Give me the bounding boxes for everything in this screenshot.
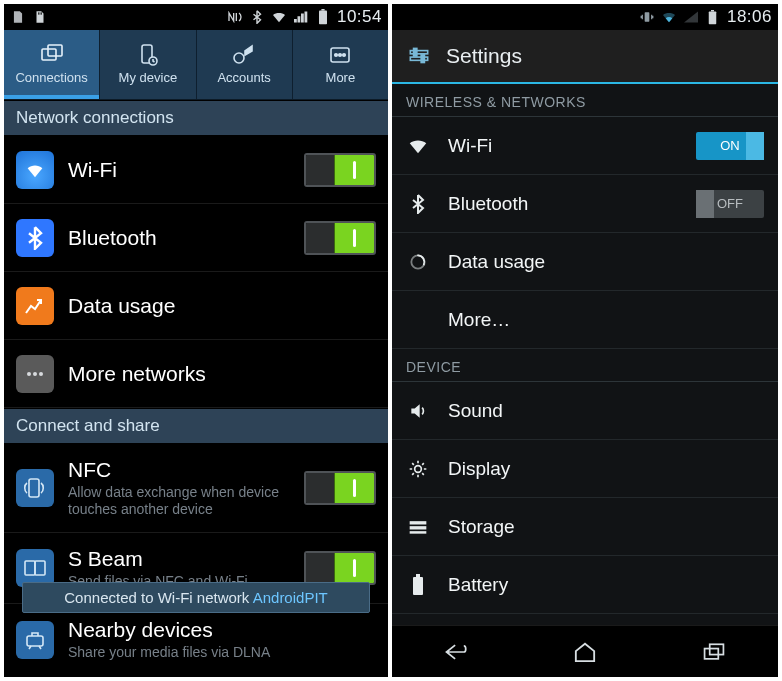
sd-icon — [32, 9, 48, 25]
status-bar: 10:54 — [4, 4, 388, 30]
nav-home-button[interactable] — [565, 638, 605, 666]
row-sound[interactable]: Sound — [392, 382, 778, 440]
blank-icon — [406, 308, 430, 332]
row-data-usage[interactable]: Data usage — [392, 233, 778, 291]
bluetooth-toggle[interactable]: OFF — [696, 190, 764, 218]
svg-rect-33 — [416, 574, 420, 577]
vibrate-icon — [639, 9, 655, 25]
svg-rect-19 — [27, 636, 43, 646]
svg-rect-1 — [41, 12, 42, 14]
row-title: Bluetooth — [448, 193, 678, 215]
status-bar: 18:06 — [392, 4, 778, 30]
settings-list: WIRELESS & NETWORKS Wi-Fi ON Bluetooth O… — [392, 84, 778, 625]
sound-icon — [406, 399, 430, 423]
wifi-connected-toast: Connected to Wi-Fi network AndroidPIT — [22, 582, 370, 613]
battery-icon — [705, 9, 721, 25]
row-bluetooth[interactable]: Bluetooth — [4, 204, 388, 272]
nfc-toggle[interactable] — [304, 471, 376, 505]
svg-rect-31 — [410, 531, 427, 534]
bluetooth-icon — [16, 219, 54, 257]
storage-icon — [406, 515, 430, 539]
wifi-toggle[interactable]: ON — [696, 132, 764, 160]
battery-icon — [406, 573, 430, 597]
svg-rect-32 — [413, 577, 423, 595]
wifi-icon — [406, 134, 430, 158]
svg-rect-20 — [645, 12, 650, 21]
wifi-toggle[interactable] — [304, 153, 376, 187]
row-apps[interactable]: Apps — [392, 614, 778, 625]
more-tab-icon — [327, 44, 353, 66]
nearby-devices-icon — [16, 621, 54, 659]
row-nfc[interactable]: NFC Allow data exchange when device touc… — [4, 444, 388, 533]
row-wifi[interactable]: Wi-Fi — [4, 136, 388, 204]
svg-rect-18 — [35, 561, 45, 575]
row-title: Nearby devices — [68, 618, 376, 642]
row-title: Display — [448, 458, 764, 480]
row-nearby-devices[interactable]: Nearby devices Share your media files vi… — [4, 604, 388, 675]
row-display[interactable]: Display — [392, 440, 778, 498]
battery-icon — [315, 9, 331, 25]
tab-label: More — [326, 70, 356, 85]
svg-rect-39 — [709, 644, 723, 654]
section-wireless-networks: WIRELESS & NETWORKS — [392, 84, 778, 117]
row-title: Wi-Fi — [68, 158, 290, 182]
signal-icon — [683, 9, 699, 25]
svg-rect-0 — [38, 12, 39, 14]
row-subtitle: Share your media files via DLNA — [68, 644, 376, 661]
sbeam-toggle[interactable] — [304, 551, 376, 585]
row-storage[interactable]: Storage — [392, 498, 778, 556]
row-title: Bluetooth — [68, 226, 290, 250]
svg-point-14 — [33, 372, 37, 376]
row-more[interactable]: More… — [392, 291, 778, 349]
wifi-status-icon — [661, 9, 677, 25]
nfc-icon — [16, 469, 54, 507]
tab-more[interactable]: More — [293, 30, 388, 99]
row-title: Sound — [448, 400, 764, 422]
nav-recents-button[interactable] — [694, 638, 734, 666]
row-battery[interactable]: Battery — [392, 556, 778, 614]
svg-point-12 — [343, 54, 346, 57]
row-title: More networks — [68, 362, 376, 386]
tab-connections[interactable]: Connections — [4, 30, 100, 99]
svg-point-11 — [339, 54, 342, 57]
wifi-status-icon — [271, 9, 287, 25]
row-title: More… — [448, 309, 764, 331]
svg-rect-30 — [410, 526, 427, 529]
section-device: DEVICE — [392, 349, 778, 382]
navigation-bar — [392, 625, 778, 677]
section-network-connections: Network connections — [4, 100, 388, 136]
nfc-status-icon — [227, 9, 243, 25]
bluetooth-toggle[interactable] — [304, 221, 376, 255]
row-more-networks[interactable]: More networks — [4, 340, 388, 408]
top-tabs: Connections My device Accounts More — [4, 30, 388, 100]
status-time: 10:54 — [337, 7, 382, 27]
phone-stock-android: 18:06 Settings WIRELESS & NETWORKS Wi-Fi… — [392, 4, 778, 677]
row-bluetooth[interactable]: Bluetooth OFF — [392, 175, 778, 233]
tab-label: My device — [119, 70, 178, 85]
data-usage-icon — [16, 287, 54, 325]
status-time: 18:06 — [727, 7, 772, 27]
toast-text: Connected to Wi-Fi network — [64, 589, 252, 606]
row-title: Wi-Fi — [448, 135, 678, 157]
nav-back-button[interactable] — [436, 638, 476, 666]
tab-accounts[interactable]: Accounts — [197, 30, 293, 99]
row-title: NFC — [68, 458, 290, 482]
data-usage-icon — [406, 250, 430, 274]
bluetooth-icon — [406, 192, 430, 216]
row-title: Data usage — [68, 294, 376, 318]
row-data-usage[interactable]: Data usage — [4, 272, 388, 340]
tab-my-device[interactable]: My device — [100, 30, 196, 99]
display-icon — [406, 457, 430, 481]
tab-label: Connections — [15, 70, 87, 85]
svg-rect-26 — [421, 55, 424, 63]
page-title: Settings — [446, 44, 522, 68]
connections-icon — [39, 44, 65, 66]
sim-icon — [10, 9, 26, 25]
svg-rect-29 — [410, 521, 427, 524]
svg-rect-5 — [48, 45, 62, 56]
svg-point-10 — [335, 54, 338, 57]
toast-ssid: AndroidPIT — [253, 589, 328, 606]
row-wifi[interactable]: Wi-Fi ON — [392, 117, 778, 175]
section-connect-share: Connect and share — [4, 408, 388, 444]
more-networks-icon — [16, 355, 54, 393]
